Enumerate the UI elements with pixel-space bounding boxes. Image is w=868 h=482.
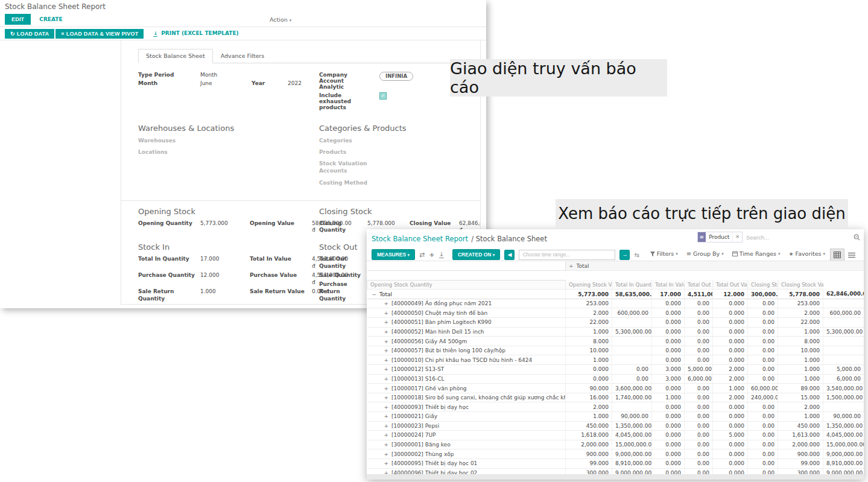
column-header[interactable]: Total Out Value <box>713 280 748 290</box>
expand-icon[interactable]: + <box>384 470 389 474</box>
expand-icon[interactable]: + <box>384 376 389 382</box>
search-icon[interactable] <box>854 234 860 241</box>
row-header-cell[interactable]: +[30000002] Thùng xốp <box>367 449 566 459</box>
column-header[interactable]: Opening Stock Quantity <box>367 280 566 290</box>
column-header[interactable]: Opening Stock Value <box>566 280 612 290</box>
print-excel-button[interactable]: ↓ PRINT (EXCEL TEMPLATE) <box>153 30 238 37</box>
row-header-cell[interactable]: +[10000018] Siro bổ sung canxi, khoáng c… <box>367 393 566 402</box>
tab-advance-filters[interactable]: Advance Filters <box>213 49 272 63</box>
time-range-prev-button[interactable]: ◀ <box>504 250 515 260</box>
expand-icon[interactable]: + <box>384 395 389 401</box>
categories-fields: CategoriesProductsStock Valuation Accoun… <box>319 137 463 186</box>
expand-all-icon[interactable]: + <box>429 251 434 259</box>
expand-icon[interactable]: + <box>384 300 389 306</box>
column-header[interactable]: Total In Quantity <box>612 280 652 290</box>
row-header-cell[interactable]: +[10000013] S16-CL <box>367 374 566 384</box>
empty-field-label[interactable]: Products <box>319 148 391 156</box>
row-header-cell[interactable]: +[10000021] Giấy <box>367 412 566 422</box>
include-exhausted-checkbox[interactable]: ✓ <box>379 92 387 100</box>
horizontal-scrollbar[interactable] <box>367 474 864 480</box>
row-header-cell[interactable]: +[40000093] Thiết bị dạy học <box>367 402 566 412</box>
facet-remove-icon[interactable]: ✕ <box>732 232 742 242</box>
row-header-cell[interactable]: −Total <box>367 290 566 299</box>
column-header[interactable]: Total In Value <box>652 280 685 290</box>
filters-menu[interactable]: Filters▾ <box>650 250 678 257</box>
field-label: Purchase Quantity <box>138 272 200 286</box>
column-header[interactable]: Closing Stock Quantity <box>748 280 778 290</box>
empty-field-label[interactable]: Costing Method <box>319 179 391 186</box>
list-view-button[interactable] <box>844 249 859 261</box>
expand-icon[interactable]: + <box>384 423 389 429</box>
row-header-cell[interactable]: +[30000001] Băng keo <box>367 440 566 449</box>
expand-icon[interactable]: + <box>384 329 389 335</box>
expand-icon[interactable]: + <box>384 451 389 457</box>
table-row: +[10000021] Giấy 1.000 90,000.00 0.000 0… <box>367 412 864 422</box>
time-range-apply-button[interactable]: → <box>619 250 630 260</box>
row-header-cell[interactable]: +[40000050] Chuột máy tính để bàn <box>367 308 566 318</box>
row-header-cell[interactable]: +[10000012] S13-ST <box>367 365 566 375</box>
cell-opening-value: 58,635,000.00 <box>612 290 652 299</box>
row-header-cell[interactable]: +[40000052] Màn hình Dell 15 inch <box>367 327 566 337</box>
row-header-cell[interactable]: +[10000023] Pepsi <box>367 421 566 431</box>
action-menu[interactable]: Action ▾ <box>270 16 291 23</box>
row-header-cell[interactable]: +[40000096] Thiết bị dạy học 02 <box>367 468 566 474</box>
expand-icon[interactable]: − <box>372 291 377 297</box>
row-header-cell[interactable]: +[40000095] Thiết bị dạy học 01 <box>367 458 566 468</box>
tab-stock-balance-sheet[interactable]: Stock Balance Sheet <box>138 49 213 63</box>
breadcrumb-report-link[interactable]: Stock Balance Sheet Report <box>372 235 468 243</box>
create-button[interactable]: CREATE <box>39 16 62 22</box>
column-header[interactable]: Total Out Quantity <box>685 280 713 290</box>
row-header-cell[interactable]: +[10000010] Chi phí khấu hao TSCĐ hữu hì… <box>367 355 566 365</box>
expand-icon[interactable]: + <box>384 347 389 354</box>
expand-icon[interactable]: + <box>384 385 389 392</box>
row-header-cell[interactable]: +[10000017] Ghế văn phòng <box>367 384 566 393</box>
cell-in-value: 0.00 <box>685 384 713 393</box>
download-xlsx-icon[interactable]: ↓ <box>439 252 444 258</box>
cell-opening-value <box>612 355 652 365</box>
cell-out-value: 0.00 <box>748 449 778 459</box>
flip-axis-icon[interactable]: ⇄ <box>419 251 425 259</box>
expand-icon[interactable]: + <box>384 366 389 372</box>
empty-field-label[interactable]: Locations <box>138 148 211 156</box>
expand-icon[interactable]: + <box>384 432 389 438</box>
field-label: Opening Value <box>250 220 312 234</box>
row-header-cell[interactable]: +[40000051] Bàn phím Logitech K990 <box>367 318 566 328</box>
favorites-menu[interactable]: ★Favorites▾ <box>788 250 825 257</box>
empty-field-label[interactable]: Categories <box>319 137 391 144</box>
time-range-input[interactable] <box>519 250 615 260</box>
funnel-icon <box>650 252 655 256</box>
expand-icon[interactable]: + <box>384 442 389 448</box>
expand-icon[interactable]: + <box>384 319 389 325</box>
cell-in-value: 0.00 <box>685 458 713 468</box>
created-on-button[interactable]: CREATED ON ▾ <box>452 249 500 260</box>
load-data-button[interactable]: ↻LOAD DATA <box>5 29 54 39</box>
row-header-cell[interactable]: +[40000056] Giấy A4 500gm <box>367 337 566 346</box>
cell-closing-qty: 1.000 <box>778 327 823 337</box>
cell-in-value: 0.00 <box>685 355 713 365</box>
pivot-view-button[interactable] <box>830 249 844 261</box>
comparison-icon[interactable]: ⇆ <box>634 252 639 258</box>
time-ranges-menu[interactable]: Time Ranges▾ <box>732 250 781 257</box>
company-analytic-tag[interactable]: INFINIA <box>379 72 413 81</box>
edit-button[interactable]: EDIT <box>5 14 31 25</box>
row-header-cell[interactable]: +[40000057] Bút bi thiên long 100 cây/hộ… <box>367 346 566 355</box>
empty-field-label[interactable]: Stock Valuation Accounts <box>319 160 391 174</box>
group-by-menu[interactable]: ≡Group By▾ <box>686 250 724 257</box>
cell-out-value: 0.00 <box>748 458 778 468</box>
measures-button[interactable]: MEASURES ▾ <box>372 249 415 260</box>
expand-icon[interactable]: + <box>384 413 389 419</box>
expand-icon[interactable]: + <box>384 460 389 466</box>
expand-icon[interactable]: + <box>384 338 389 344</box>
search-input[interactable] <box>745 233 850 241</box>
empty-field-label[interactable]: Warehouses <box>138 137 211 144</box>
row-header-cell[interactable]: +[10000024] 7UP <box>367 431 566 440</box>
expand-icon[interactable]: + <box>384 357 389 363</box>
expand-icon[interactable]: + <box>384 404 389 410</box>
row-label: [40000093] Thiết bị dạy học <box>391 404 469 410</box>
column-header[interactable]: Closing Stock Value <box>778 280 823 290</box>
load-data-view-pivot-button[interactable]: ×LOAD DATA & VIEW PIVOT <box>55 29 144 39</box>
expand-icon[interactable]: + <box>384 310 389 316</box>
column-group-total[interactable]: +Total <box>566 261 864 271</box>
cell-in-value: 0.00 <box>685 402 713 412</box>
row-header-cell[interactable]: +[40000049] Áo đồng phục năm 2021 <box>367 299 566 308</box>
